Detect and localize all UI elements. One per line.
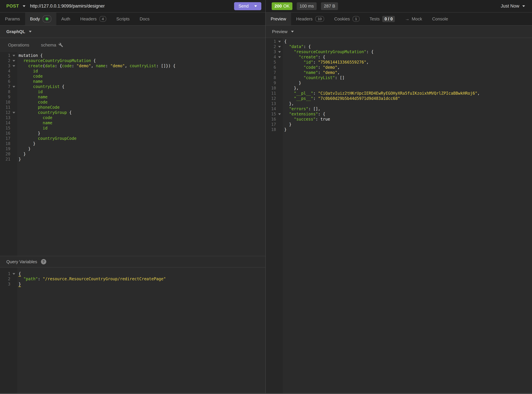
wrench-icon — [58, 43, 63, 47]
code-line: 13 }, — [266, 101, 532, 106]
chevron-down-icon[interactable] — [291, 31, 294, 32]
body-type-selector[interactable]: GraphQL — [6, 29, 25, 34]
response-time-badge: 100 ms — [297, 2, 317, 10]
chevron-down-icon[interactable] — [29, 31, 32, 32]
line-number: 4 — [0, 68, 10, 74]
line-number: 9 — [266, 80, 276, 86]
line-number: 7 — [0, 84, 10, 89]
tab-cookies[interactable]: Cookies 1 — [329, 13, 365, 25]
fold-gutter — [276, 101, 283, 106]
tab-preview[interactable]: Preview — [266, 13, 291, 25]
fold-gutter — [10, 120, 17, 126]
body-type-header: GraphQL — [0, 26, 265, 38]
fold-gutter — [10, 89, 17, 94]
code-line: 17 countryGroupCode — [0, 136, 265, 141]
send-button[interactable]: Send — [234, 2, 261, 10]
code-line: 7 "name": "demo", — [266, 70, 532, 75]
subtab-schema[interactable]: schema — [41, 42, 63, 48]
code-text: code — [17, 115, 52, 120]
help-icon[interactable]: ? — [41, 259, 46, 264]
line-number: 10 — [266, 86, 276, 91]
tab-tests[interactable]: Tests 0 / 0 — [365, 13, 400, 25]
chevron-down-icon[interactable] — [522, 5, 525, 7]
graphql-query-editor[interactable]: 1mutation {2 resourceCountryGroupMutatio… — [0, 52, 265, 256]
code-text: } — [17, 131, 40, 136]
code-line: 5 "id": "750614413366559276", — [266, 60, 532, 65]
fold-arrow-icon[interactable] — [278, 56, 281, 58]
line-number: 16 — [266, 117, 276, 122]
code-text: "code": "demo", — [283, 65, 340, 70]
code-text: countryGroup { — [17, 110, 72, 115]
line-number: 2 — [0, 58, 10, 63]
tab-label: Docs — [140, 16, 150, 21]
fold-arrow-icon[interactable] — [13, 55, 15, 57]
fold-arrow-icon[interactable] — [13, 112, 15, 114]
line-number: 16 — [0, 131, 10, 136]
status-code: 200 — [274, 4, 282, 9]
code-text: } — [283, 122, 291, 127]
tab-headers[interactable]: Headers 4 — [75, 13, 111, 25]
chevron-down-icon[interactable] — [23, 5, 25, 7]
subtab-operations[interactable]: Operations — [8, 42, 29, 48]
fold-gutter — [10, 271, 17, 276]
fold-arrow-icon[interactable] — [278, 46, 281, 48]
fold-arrow-icon[interactable] — [13, 60, 15, 62]
code-line: 6 name — [0, 79, 265, 84]
url-input[interactable]: http://127.0.0.1:9099/pamirs/designer — [30, 4, 105, 9]
line-number: 5 — [266, 60, 276, 65]
line-number: 2 — [266, 44, 276, 49]
tab-label: Headers — [296, 16, 312, 21]
fold-arrow-icon[interactable] — [278, 51, 281, 53]
code-line: 7 countryList { — [0, 84, 265, 89]
line-number: 1 — [266, 39, 276, 44]
line-number: 9 — [0, 94, 10, 100]
chevron-down-icon[interactable] — [254, 5, 257, 7]
line-number: 17 — [0, 136, 10, 141]
line-number: 4 — [266, 55, 276, 60]
fold-gutter — [10, 151, 17, 157]
graphql-subtabs: Operations schema — [0, 38, 265, 52]
tab-scripts[interactable]: Scripts — [111, 13, 135, 25]
response-headers-count-pill: 10 — [315, 16, 324, 22]
tab-params[interactable]: Params — [0, 13, 25, 25]
code-line: 1{ — [266, 39, 532, 44]
fold-gutter — [276, 80, 283, 86]
code-line: 1mutation { — [0, 53, 265, 58]
code-text: "extensions": { — [283, 112, 325, 117]
fold-arrow-icon[interactable] — [13, 86, 15, 88]
tab-response-headers[interactable]: Headers 10 — [291, 13, 329, 25]
window-bottom-edge — [0, 393, 532, 394]
fold-gutter — [276, 106, 283, 112]
fold-gutter — [276, 44, 283, 49]
line-number: 2 — [0, 276, 10, 282]
fold-gutter — [10, 141, 17, 146]
history-dropdown[interactable]: Just Now — [501, 4, 525, 9]
code-text: } — [17, 146, 30, 151]
tab-mock[interactable]: → Mock — [400, 13, 427, 25]
headers-count-pill: 4 — [99, 16, 106, 22]
code-text: }, — [283, 101, 294, 106]
tab-auth[interactable]: Auth — [56, 13, 75, 25]
query-variables-editor[interactable]: 1{2 "path": "/resource.ResourceCountryGr… — [0, 268, 265, 394]
fold-arrow-icon[interactable] — [278, 113, 281, 115]
code-line: 8 "countryList": [] — [266, 75, 532, 80]
fold-arrow-icon[interactable] — [13, 273, 15, 275]
code-text: { — [17, 271, 21, 276]
line-number: 17 — [266, 122, 276, 127]
tab-body[interactable]: Body — [25, 13, 56, 25]
fold-gutter — [276, 65, 283, 70]
fold-arrow-icon[interactable] — [278, 41, 281, 42]
method-selector[interactable]: POST — [6, 4, 19, 9]
line-number: 5 — [0, 74, 10, 79]
tab-label: Mock — [412, 16, 422, 21]
code-text: name — [17, 94, 47, 100]
main-area: Params Body Auth Headers 4 Scripts Docs — [0, 13, 532, 394]
code-line: 11 "__pl__": "CiQatvIuiz2tHKrUpcIERD4EwR… — [266, 91, 532, 96]
tab-console[interactable]: Console — [427, 13, 453, 25]
response-body-viewer[interactable]: 1{2 "data": {3 "resourceCountryGroupMuta… — [266, 38, 532, 394]
line-number: 6 — [266, 65, 276, 70]
fold-arrow-icon[interactable] — [13, 65, 15, 67]
response-view-selector[interactable]: Preview — [272, 29, 287, 34]
line-number: 8 — [266, 75, 276, 80]
tab-docs[interactable]: Docs — [135, 13, 155, 25]
